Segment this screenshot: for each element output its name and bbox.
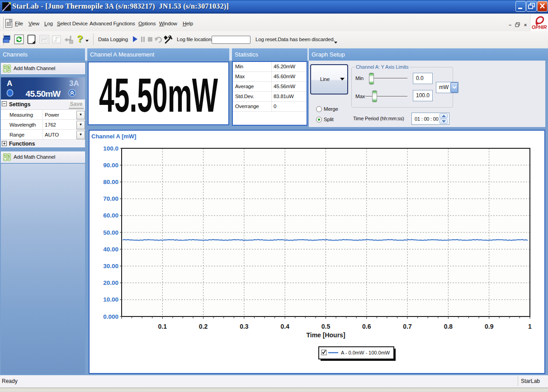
svg-text:70.00: 70.00 <box>103 195 118 202</box>
svg-text:0.9: 0.9 <box>485 323 494 330</box>
svg-text:OPHIR: OPHIR <box>532 24 547 30</box>
svg-text:30.00: 30.00 <box>103 263 118 269</box>
svg-text:10.00: 10.00 <box>103 296 118 303</box>
svg-text:x: x <box>8 154 10 157</box>
svg-text:0.6: 0.6 <box>362 323 371 330</box>
svg-text:0.3: 0.3 <box>240 323 249 330</box>
svg-text:0.000: 0.000 <box>103 313 118 320</box>
svg-text:0.1: 0.1 <box>158 323 167 330</box>
svg-text:-: - <box>4 68 5 72</box>
svg-text:1: 1 <box>528 323 532 330</box>
svg-text:÷: ÷ <box>8 157 9 161</box>
svg-text:x: x <box>8 65 10 68</box>
svg-text:A - 0.0mW - 100.0mW: A - 0.0mW - 100.0mW <box>341 350 390 355</box>
svg-text:0.5: 0.5 <box>321 323 331 330</box>
svg-text:90.00: 90.00 <box>103 162 118 169</box>
svg-text:80.00: 80.00 <box>103 179 118 185</box>
svg-text:-: - <box>4 157 5 161</box>
svg-text:40.00: 40.00 <box>103 246 118 253</box>
svg-text:0.4: 0.4 <box>280 323 289 330</box>
svg-text:100.0: 100.0 <box>103 145 118 152</box>
svg-text:0.8: 0.8 <box>444 323 453 330</box>
svg-text:60.00: 60.00 <box>103 212 118 219</box>
svg-text:20.00: 20.00 <box>103 279 118 286</box>
svg-text:Time [Hours]: Time [Hours] <box>306 331 345 339</box>
svg-text:÷: ÷ <box>8 69 9 72</box>
svg-text:0.2: 0.2 <box>199 323 208 330</box>
svg-text:50.00: 50.00 <box>103 229 118 236</box>
svg-text:0.7: 0.7 <box>403 323 412 330</box>
